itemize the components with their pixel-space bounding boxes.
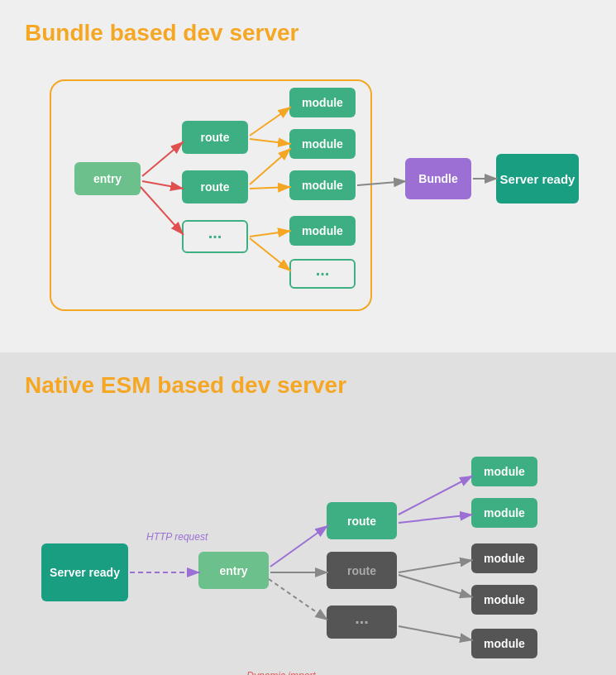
esm-server-ready-node: Server ready — [41, 543, 128, 601]
esm-module1-node: module — [471, 457, 537, 486]
esm-route1-node: route — [327, 502, 397, 539]
bundle-route1-node: route — [182, 121, 248, 154]
svg-line-25 — [399, 515, 473, 523]
esm-module2-node: module — [471, 498, 537, 528]
bundle-module4-node: module — [289, 216, 356, 246]
http-request-label: HTTP request — [146, 531, 208, 543]
bundle-section: Bundle based dev server entry route rout… — [0, 0, 616, 352]
esm-title: Native ESM based dev server — [25, 372, 591, 399]
svg-line-21 — [270, 525, 328, 567]
bundle-dots2-node: ··· — [289, 259, 356, 289]
esm-module3-node: module — [471, 543, 537, 573]
svg-line-23 — [269, 579, 328, 620]
bundle-module1-node: module — [289, 88, 356, 117]
bundle-dots1-node: ··· — [182, 220, 248, 253]
bundle-module2-node: module — [289, 129, 356, 159]
dynamic-import-label: Dynamic import(code split point) — [227, 670, 335, 675]
esm-section: Native ESM based dev server Server ready… — [0, 352, 616, 675]
esm-route2-node: route — [327, 552, 397, 589]
svg-line-27 — [399, 575, 473, 597]
svg-line-26 — [399, 560, 473, 572]
svg-line-28 — [399, 626, 473, 640]
esm-diagram: Server ready entry route route ··· modul… — [25, 415, 591, 675]
bundle-route2-node: route — [182, 170, 248, 203]
bundle-diagram: entry route route ··· module module modu… — [25, 63, 591, 328]
bundle-entry-node: entry — [74, 162, 141, 195]
esm-module4-node: module — [471, 585, 537, 615]
bundle-bundle-node: Bundle — [405, 158, 471, 199]
svg-line-24 — [399, 476, 473, 515]
esm-dots-node: ··· — [327, 606, 397, 639]
bundle-server-ready-node: Server ready — [496, 154, 579, 203]
esm-entry-node: entry — [198, 552, 269, 589]
esm-module5-node: module — [471, 629, 537, 658]
bundle-title: Bundle based dev server — [25, 20, 591, 46]
bundle-module3-node: module — [289, 170, 356, 200]
